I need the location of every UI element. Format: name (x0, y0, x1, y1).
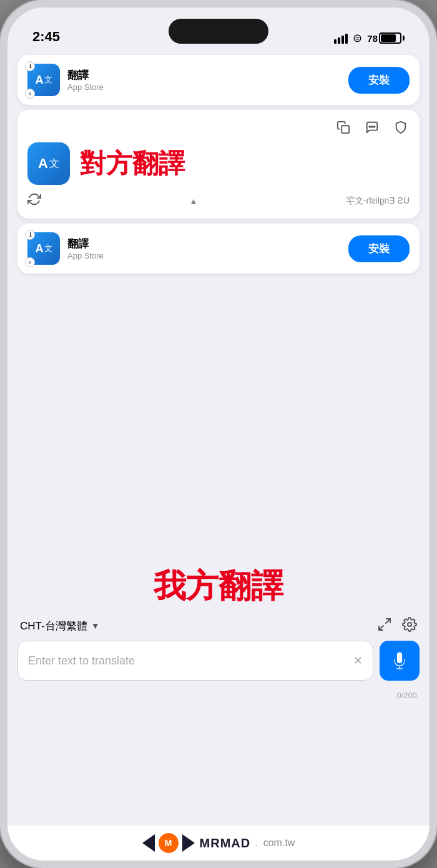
svg-line-4 (386, 619, 390, 623)
battery-percent: 78 (367, 33, 378, 44)
lang-indicator: US English-文字 (346, 195, 410, 207)
shield-icon[interactable] (392, 119, 410, 136)
app-subtitle-top: App Store (67, 82, 104, 92)
app-icon-wrapper-bottom: A 文 ℹ × (27, 232, 60, 265)
mic-button[interactable] (380, 641, 420, 681)
wifi-icon: ⊜ (353, 31, 362, 45)
lang-selector[interactable]: CHT-台灣繁體 ▼ (20, 619, 100, 633)
mrmad-footer: M MRMAD . com.tw (7, 826, 430, 861)
settings-icon[interactable] (402, 617, 417, 634)
close-badge-bottom[interactable]: × (25, 257, 35, 267)
lang-selector-text: CHT-台灣繁體 (20, 619, 87, 633)
status-icons: ⊜ 78 (334, 31, 405, 45)
clear-icon[interactable]: ✕ (353, 654, 363, 668)
translate-panel: A 文 對方翻譯 ▲ US English-文 (17, 110, 420, 219)
mrmad-chevron-right-icon (182, 834, 195, 852)
lang-label: US English-文字 (346, 195, 410, 207)
battery-icon: 78 (367, 32, 405, 44)
mrmad-chevron-left-icon (142, 834, 155, 852)
install-button-bottom[interactable]: 安裝 (348, 235, 410, 262)
panel-toolbar (27, 119, 410, 136)
lang-actions (377, 617, 417, 634)
install-button-top[interactable]: 安裝 (348, 67, 410, 94)
svg-point-2 (369, 126, 370, 127)
app-meta-top: 翻譯 App Store (67, 68, 104, 92)
translate-letter-chinese: 文 (44, 74, 52, 86)
dropdown-arrow-icon: ▼ (91, 621, 100, 631)
app-title-bottom: 翻譯 (67, 237, 104, 251)
close-badge-top[interactable]: × (25, 89, 35, 99)
my-translate-label: 我方翻譯 (7, 552, 430, 617)
input-row: Enter text to translate ✕ (7, 641, 430, 691)
language-row: CHT-台灣繁體 ▼ (7, 617, 430, 641)
mrmad-domain-suffix: com.tw (263, 837, 295, 849)
translate-app-icon-panel: A 文 (27, 142, 70, 185)
phone-frame: 2:45 ⊜ 78 (0, 0, 437, 868)
info-badge-bottom[interactable]: ℹ (25, 230, 35, 240)
info-badge-top[interactable]: ℹ (25, 61, 35, 71)
main-translate-area: 我方翻譯 CHT-台灣繁體 ▼ (7, 552, 430, 826)
svg-rect-0 (341, 126, 349, 133)
arrow-up-icon: ▲ (41, 196, 346, 206)
svg-point-3 (374, 126, 375, 127)
status-time: 2:45 (32, 29, 60, 45)
app-banner-bottom: A 文 ℹ × 翻譯 App Store 安裝 (17, 224, 420, 274)
translate-input-box[interactable]: Enter text to translate ✕ (17, 641, 373, 681)
mrmad-logo: M (142, 833, 195, 853)
svg-line-5 (379, 626, 383, 630)
app-info-top: A 文 ℹ × 翻譯 App Store (27, 64, 104, 96)
panel-main: A 文 對方翻譯 (27, 142, 410, 185)
phone-screen: 2:45 ⊜ 78 (7, 7, 430, 861)
dynamic-island (169, 19, 268, 44)
refresh-icon[interactable] (27, 192, 41, 210)
translate-letter-a: A (36, 74, 44, 87)
mrmad-brand-text: MRMAD (200, 836, 251, 851)
svg-point-1 (371, 126, 373, 127)
empty-space (7, 279, 430, 552)
chat-icon[interactable] (363, 119, 381, 136)
app-info-bottom: A 文 ℹ × 翻譯 App Store (27, 232, 104, 265)
copy-icon[interactable] (335, 119, 352, 136)
signal-icon (334, 32, 348, 44)
app-meta-bottom: 翻譯 App Store (67, 237, 104, 260)
svg-point-6 (408, 623, 411, 626)
char-count: 0/200 (7, 691, 430, 703)
mrmad-domain-text: . (255, 837, 258, 849)
app-icon-wrapper-top: A 文 ℹ × (27, 64, 60, 96)
app-banner-top: A 文 ℹ × 翻譯 App Store 安裝 (17, 55, 420, 105)
mrmad-icon: M (159, 833, 179, 853)
translate-panel-title: 對方翻譯 (80, 146, 185, 181)
app-title-top: 翻譯 (67, 68, 104, 82)
translate-placeholder: Enter text to translate (28, 654, 135, 668)
panel-footer: ▲ US English-文字 (27, 192, 410, 210)
app-subtitle-bottom: App Store (67, 251, 104, 260)
screen-content: A 文 ℹ × 翻譯 App Store 安裝 (7, 50, 430, 861)
transform-icon[interactable] (377, 617, 392, 634)
